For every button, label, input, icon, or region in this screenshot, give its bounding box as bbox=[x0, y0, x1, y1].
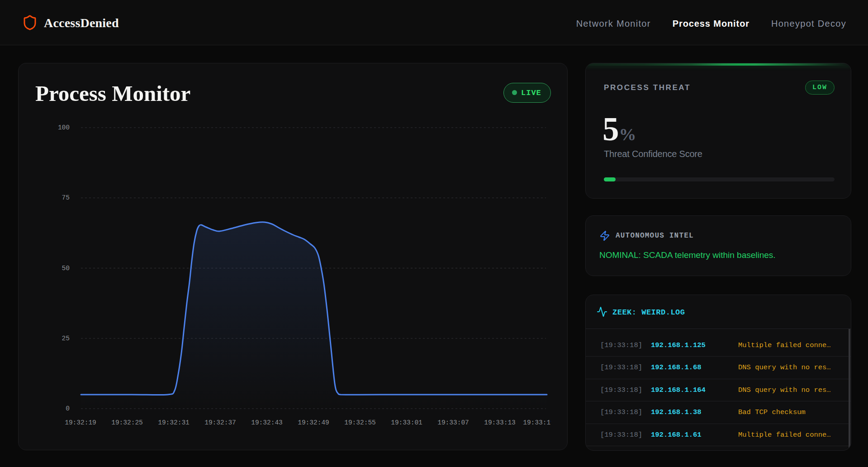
svg-text:25: 25 bbox=[62, 335, 70, 342]
svg-text:19:32:55: 19:32:55 bbox=[344, 419, 376, 426]
svg-text:0: 0 bbox=[66, 405, 70, 412]
svg-text:19:32:43: 19:32:43 bbox=[251, 419, 283, 426]
svg-text:19:33:13: 19:33:13 bbox=[484, 419, 516, 426]
svg-text:50: 50 bbox=[62, 265, 70, 272]
svg-text:19:32:37: 19:32:37 bbox=[204, 419, 236, 426]
svg-text:19:33:19: 19:33:19 bbox=[523, 419, 555, 426]
svg-text:75: 75 bbox=[62, 194, 70, 201]
svg-text:19:32:25: 19:32:25 bbox=[111, 419, 143, 426]
svg-text:19:33:07: 19:33:07 bbox=[437, 419, 469, 426]
svg-text:19:33:01: 19:33:01 bbox=[391, 419, 422, 426]
svg-text:100: 100 bbox=[58, 124, 70, 131]
svg-text:19:32:49: 19:32:49 bbox=[298, 419, 329, 426]
svg-text:19:32:31: 19:32:31 bbox=[158, 419, 190, 426]
svg-text:19:32:19: 19:32:19 bbox=[65, 419, 96, 426]
